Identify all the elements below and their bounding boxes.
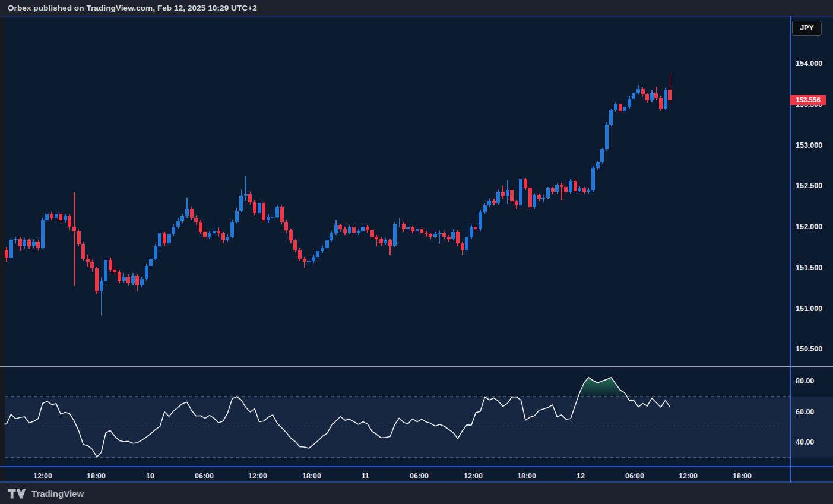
candle-down: [659, 98, 663, 109]
candle-up: [180, 216, 184, 221]
candle-down: [199, 222, 202, 232]
candle-up: [122, 277, 126, 281]
candle-up: [636, 89, 640, 93]
candle-down: [461, 243, 464, 250]
candle-up: [55, 214, 58, 218]
candle-up: [275, 207, 279, 217]
candle-up: [397, 224, 401, 224]
candle-up: [533, 195, 536, 207]
candle-up: [591, 168, 595, 190]
candle-down: [402, 224, 406, 230]
candle-down: [429, 234, 432, 236]
candle-up: [438, 233, 442, 234]
candle-up: [45, 214, 49, 220]
left-margin: [0, 16, 5, 483]
candle-wick: [245, 176, 246, 201]
candle-down: [303, 259, 306, 262]
candle-down: [27, 240, 31, 245]
candle-down: [492, 201, 496, 203]
candle-down: [126, 277, 130, 283]
candle-up: [483, 205, 487, 212]
candle-down: [95, 268, 99, 291]
candle-up: [605, 125, 609, 149]
candle-up: [479, 212, 482, 229]
candle-down: [18, 239, 22, 246]
candle-down: [50, 214, 53, 218]
candle-wick: [304, 257, 305, 268]
tradingview-logo-icon[interactable]: [8, 489, 26, 499]
candle-up: [167, 234, 171, 243]
candle-down: [36, 242, 40, 248]
candle-up: [348, 227, 351, 232]
candle-up: [208, 233, 211, 237]
candle-up: [451, 232, 455, 239]
candle-down: [379, 239, 383, 243]
candle-up: [632, 93, 635, 99]
candle-up: [158, 233, 161, 246]
candle-down: [343, 229, 347, 233]
candle-wick: [273, 211, 273, 221]
candle-down: [81, 244, 85, 259]
candle-up: [569, 181, 572, 192]
candle-down: [370, 230, 374, 237]
candle-up: [267, 217, 270, 221]
candle-down: [442, 233, 446, 237]
candle-up: [271, 217, 274, 218]
candle-down: [77, 231, 81, 244]
candle-up: [213, 231, 216, 233]
candle-down: [298, 250, 302, 259]
candle-up: [664, 90, 667, 109]
candle-up: [578, 188, 581, 191]
candle-up: [587, 190, 590, 192]
candle-up: [416, 229, 419, 231]
candle-down: [420, 229, 423, 233]
candle-down: [524, 179, 527, 188]
candle-up: [64, 216, 67, 220]
candle-up: [519, 179, 522, 205]
chart-canvas[interactable]: [0, 16, 833, 483]
candle-down: [574, 181, 577, 191]
candle-down: [284, 222, 288, 230]
candle-up: [487, 201, 491, 205]
candle-down: [293, 240, 297, 249]
candle-wick: [214, 222, 214, 236]
candle-down: [109, 260, 112, 269]
candle-up: [609, 110, 613, 125]
candle-down: [425, 233, 428, 234]
candle-up: [555, 185, 559, 192]
candle-up: [14, 239, 17, 240]
candle-up: [104, 260, 107, 281]
candle-up: [623, 107, 626, 111]
candle-wick: [74, 192, 74, 286]
candle-up: [32, 242, 36, 246]
candle-down: [59, 214, 62, 220]
candle-down: [221, 233, 225, 240]
candle-up: [393, 224, 397, 246]
candle-down: [118, 272, 121, 281]
candle-up: [316, 251, 319, 257]
candle-up: [239, 196, 243, 211]
candle-wick: [399, 218, 400, 227]
tradingview-brand[interactable]: TradingView: [31, 489, 84, 499]
candle-up: [600, 149, 604, 162]
candle-up: [406, 227, 410, 229]
candle-up: [506, 190, 509, 196]
candle-down: [72, 227, 76, 231]
candle-up: [325, 240, 329, 248]
candle-down: [5, 250, 8, 258]
candle-up: [321, 248, 324, 252]
publish-banner-text: Orbex published on TradingView.com, Feb …: [8, 4, 257, 12]
candle-down: [654, 93, 658, 98]
currency-button[interactable]: JPY: [792, 21, 822, 36]
candle-down: [560, 185, 563, 187]
chart-region[interactable]: 154.000153.500153.000152.500152.000151.5…: [0, 16, 833, 483]
candle-down: [641, 89, 645, 95]
candle-down: [582, 188, 586, 192]
time-axis[interactable]: [0, 467, 790, 483]
footer-bar: TradingView: [0, 483, 833, 504]
candle-down: [515, 201, 518, 205]
price-axis[interactable]: [791, 16, 833, 467]
candle-up: [235, 211, 239, 222]
tradingview-screenshot: Orbex published on TradingView.com, Feb …: [0, 0, 833, 504]
candle-down: [528, 188, 532, 207]
